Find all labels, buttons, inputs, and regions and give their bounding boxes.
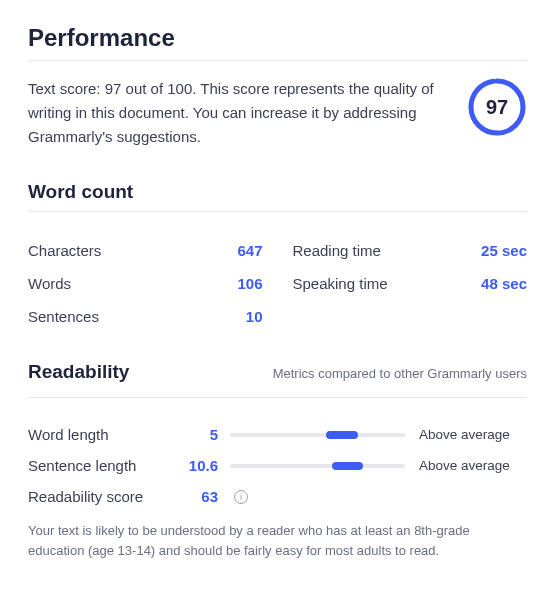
- read-value: 5: [170, 426, 218, 443]
- readability-title: Readability: [28, 361, 129, 383]
- performance-description: Text score: 97 out of 100. This score re…: [28, 77, 449, 149]
- readability-footnote: Your text is likely to be understood by …: [28, 521, 527, 561]
- gauge-fill: [326, 431, 358, 439]
- read-row-word-length: Word length 5 Above average: [28, 426, 527, 443]
- gauge-comparison: Above average: [419, 427, 527, 442]
- wc-value: 106: [237, 275, 262, 292]
- wc-value: 48 sec: [481, 275, 527, 292]
- word-count-title: Word count: [28, 181, 527, 203]
- wc-value: 10: [246, 308, 263, 325]
- readability-header: Readability Metrics compared to other Gr…: [28, 361, 527, 389]
- read-label: Word length: [28, 426, 158, 443]
- wc-label: Speaking time: [293, 275, 388, 292]
- score-number: 97: [467, 77, 527, 137]
- wc-label: Reading time: [293, 242, 381, 259]
- info-icon[interactable]: i: [234, 490, 248, 504]
- read-label: Sentence length: [28, 457, 158, 474]
- gauge-comparison: Above average: [419, 458, 527, 473]
- readability-subtitle: Metrics compared to other Grammarly user…: [273, 366, 527, 381]
- gauge-wrap: Above average: [230, 458, 527, 473]
- read-row-sentence-length: Sentence length 10.6 Above average: [28, 457, 527, 474]
- divider: [28, 397, 527, 398]
- wc-value: 647: [237, 242, 262, 259]
- gauge: [230, 433, 405, 437]
- wc-label: Words: [28, 275, 71, 292]
- word-count-col-right: Reading time 25 sec Speaking time 48 sec: [293, 228, 528, 325]
- read-value: 10.6: [170, 457, 218, 474]
- wc-sentences: Sentences 10: [28, 308, 263, 325]
- word-count-col-left: Characters 647 Words 106 Sentences 10: [28, 228, 263, 325]
- word-count-grid: Characters 647 Words 106 Sentences 10 Re…: [28, 228, 527, 325]
- read-row-readability-score: Readability score 63 i: [28, 488, 527, 505]
- read-label: Readability score: [28, 488, 158, 505]
- wc-characters: Characters 647: [28, 242, 263, 259]
- wc-value: 25 sec: [481, 242, 527, 259]
- performance-summary: Text score: 97 out of 100. This score re…: [28, 77, 527, 149]
- gauge-fill: [332, 462, 364, 470]
- readability-table: Word length 5 Above average Sentence len…: [28, 414, 527, 505]
- performance-title: Performance: [28, 24, 527, 52]
- wc-label: Sentences: [28, 308, 99, 325]
- divider: [28, 211, 527, 212]
- score-ring: 97: [467, 77, 527, 137]
- wc-words: Words 106: [28, 275, 263, 292]
- wc-label: Characters: [28, 242, 101, 259]
- wc-speaking-time: Speaking time 48 sec: [293, 275, 528, 292]
- gauge: [230, 464, 405, 468]
- divider: [28, 60, 527, 61]
- wc-reading-time: Reading time 25 sec: [293, 242, 528, 259]
- read-value: 63: [170, 488, 218, 505]
- gauge-wrap: Above average: [230, 427, 527, 442]
